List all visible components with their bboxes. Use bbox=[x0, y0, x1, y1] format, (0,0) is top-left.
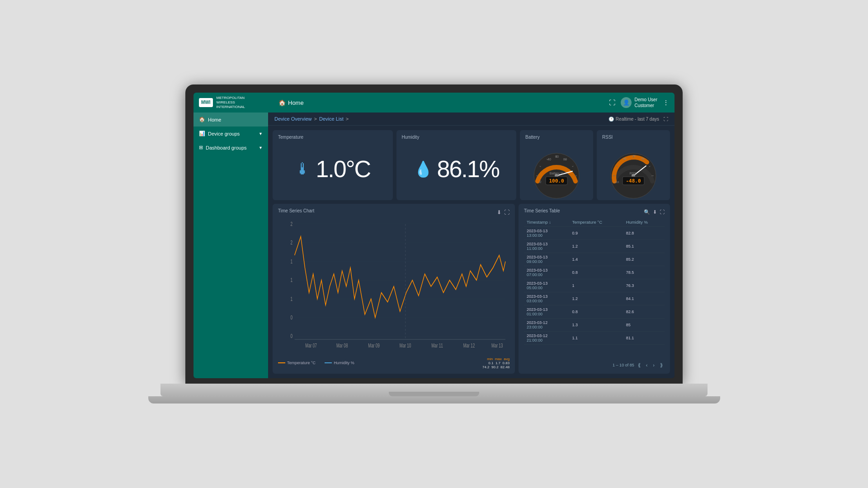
table-pagination: 1 – 10 of 85 ⟪ ‹ › ⟫ bbox=[524, 361, 665, 369]
device-groups-icon: 📊 bbox=[199, 131, 205, 136]
sidebar: 🏠 Home 📊 Device groups ▼ ⊞ Dashboard gro… bbox=[193, 113, 268, 378]
svg-text:Mar 09: Mar 09 bbox=[368, 343, 380, 349]
cell-humidity: 81.1 bbox=[623, 332, 665, 345]
table-actions: 🔍 ⬇ ⛶ bbox=[644, 209, 665, 215]
chart-title: Time Series Chart bbox=[278, 208, 314, 213]
realtime-label: Realtime - last 7 days bbox=[616, 117, 659, 122]
chart-expand-icon[interactable]: ⛶ bbox=[504, 209, 509, 216]
cell-timestamp: 2023-03-1309:00:00 bbox=[524, 253, 569, 266]
cell-timestamp: 2023-03-1223:00:00 bbox=[524, 319, 569, 332]
legend-stats: min max avg 0.1 1.7 0.83 74.2 90.2 82.48 bbox=[482, 357, 509, 369]
svg-text:1: 1 bbox=[290, 258, 292, 264]
logo-area: MWI METROPOLITAN WIRELESS INTERNATIONAL bbox=[199, 96, 271, 110]
svg-text:80: 80 bbox=[563, 158, 567, 161]
breadcrumb-item2[interactable]: Device List bbox=[319, 116, 344, 122]
svg-text:Mar 12: Mar 12 bbox=[463, 343, 475, 349]
temperature-widget: Temperature 🌡 1.0°C bbox=[273, 130, 393, 200]
cell-humidity: 85.2 bbox=[623, 253, 665, 266]
chart-area: 2 2 1 1 1 0 0 bbox=[278, 218, 509, 355]
pagination-prev[interactable]: ‹ bbox=[644, 361, 650, 369]
cell-timestamp: 2023-03-1307:00:00 bbox=[524, 266, 569, 279]
cell-timestamp: 2023-03-1313:00:00 bbox=[524, 227, 569, 240]
svg-text:Mar 10: Mar 10 bbox=[400, 343, 411, 349]
humidity-value-area: 💧 86.1% bbox=[402, 142, 511, 196]
temp-stats: 0.1 1.7 0.83 bbox=[482, 361, 509, 365]
rssi-title: RSSI bbox=[602, 135, 665, 140]
cell-timestamp: 2023-03-1303:00:00 bbox=[524, 292, 569, 305]
table-row: 2023-03-1301:00:00 0.8 82.6 bbox=[524, 305, 665, 319]
cell-temperature: 1.2 bbox=[569, 292, 623, 305]
cell-timestamp: 2023-03-1305:00:00 bbox=[524, 279, 569, 292]
svg-text:0: 0 bbox=[539, 180, 541, 183]
cell-humidity: 78.5 bbox=[623, 266, 665, 279]
content-wrapper: 🏠 Home 📊 Device groups ▼ ⊞ Dashboard gro… bbox=[193, 113, 675, 378]
table-row: 2023-03-1303:00:00 1.2 84.1 bbox=[524, 292, 665, 305]
cell-temperature: 1.2 bbox=[569, 240, 623, 253]
cell-temperature: 0.9 bbox=[569, 227, 623, 240]
cell-temperature: 0.8 bbox=[569, 305, 623, 319]
svg-text:RSSI: RSSI bbox=[630, 172, 637, 175]
sidebar-label-device-groups: Device groups bbox=[208, 131, 256, 136]
fullscreen-icon[interactable]: ⛶ bbox=[609, 99, 615, 106]
svg-text:-74: -74 bbox=[632, 155, 636, 157]
home-sidebar-icon: 🏠 bbox=[199, 117, 205, 122]
col-timestamp[interactable]: Timestamp ↓ bbox=[524, 218, 569, 227]
cell-humidity: 85.1 bbox=[623, 240, 665, 253]
table-expand-icon[interactable]: ⛶ bbox=[660, 209, 665, 215]
cell-temperature: 1.3 bbox=[569, 319, 623, 332]
table-row: 2023-03-1221:00:00 1.1 81.1 bbox=[524, 332, 665, 345]
more-icon[interactable]: ⋮ bbox=[663, 99, 669, 106]
table-row: 2023-03-1223:00:00 1.3 85 bbox=[524, 319, 665, 332]
sidebar-item-dashboard-groups[interactable]: ⊞ Dashboard groups ▼ bbox=[193, 141, 268, 155]
header-title: 🏠 Home bbox=[278, 99, 304, 106]
svg-text:0: 0 bbox=[290, 333, 292, 339]
table-row: 2023-03-1309:00:00 1.4 85.2 bbox=[524, 253, 665, 266]
col-temperature[interactable]: Temperature °C bbox=[569, 218, 623, 227]
chevron-device-groups: ▼ bbox=[259, 131, 263, 136]
cell-humidity: 82.6 bbox=[623, 305, 665, 319]
chart-download-icon[interactable]: ⬇ bbox=[497, 209, 501, 216]
table-scroll[interactable]: Timestamp ↓ Temperature °C Humidity % 20… bbox=[524, 218, 665, 360]
cell-temperature: 0.8 bbox=[569, 266, 623, 279]
dashboard-grid: Temperature 🌡 1.0°C Humidity bbox=[268, 126, 675, 378]
clock-icon: 🕐 bbox=[609, 117, 614, 122]
user-name: Demo User Customer bbox=[634, 97, 657, 108]
temperature-value-area: 🌡 1.0°C bbox=[278, 142, 387, 196]
bottom-row: Time Series Chart ⬇ ⛶ bbox=[273, 204, 670, 374]
svg-text:Battery %: Battery % bbox=[550, 172, 563, 175]
sidebar-item-home[interactable]: 🏠 Home bbox=[193, 113, 268, 127]
breadcrumb-item1[interactable]: Device Overview bbox=[274, 116, 312, 122]
svg-text:-58: -58 bbox=[641, 157, 645, 160]
expand-icon[interactable]: ⛶ bbox=[664, 117, 668, 122]
cell-humidity: 76.3 bbox=[623, 279, 665, 292]
svg-text:60: 60 bbox=[555, 155, 559, 158]
top-row: Temperature 🌡 1.0°C Humidity bbox=[273, 130, 670, 200]
pagination-next[interactable]: › bbox=[651, 361, 656, 369]
logo-badge: MWI bbox=[199, 98, 213, 107]
chart-actions: ⬇ ⛶ bbox=[497, 209, 509, 216]
svg-text:40: 40 bbox=[547, 158, 551, 161]
col-humidity[interactable]: Humidity % bbox=[623, 218, 665, 227]
rssi-gauge: -110 -90 -74 -58 -48.0 RSSI bbox=[602, 142, 665, 196]
pagination-info: 1 – 10 of 85 bbox=[613, 363, 634, 367]
battery-widget: Battery bbox=[520, 130, 593, 200]
svg-text:Mar 08: Mar 08 bbox=[336, 343, 348, 349]
svg-text:2: 2 bbox=[290, 221, 292, 227]
legend-hum-label: Humidity % bbox=[334, 361, 354, 365]
main-content: Device Overview > Device List > 🕐 Realti… bbox=[268, 113, 675, 378]
svg-text:-110: -110 bbox=[613, 181, 619, 183]
home-header-icon: 🏠 bbox=[278, 99, 286, 106]
svg-text:Mar 13: Mar 13 bbox=[491, 343, 503, 349]
cell-humidity: 82.8 bbox=[623, 227, 665, 240]
breadcrumb-sep2: > bbox=[346, 116, 349, 122]
pagination-first[interactable]: ⟪ bbox=[636, 361, 642, 369]
svg-text:0: 0 bbox=[290, 314, 292, 320]
battery-gauge: 0 40 60 80 100.0 bbox=[525, 142, 588, 196]
table-download-icon[interactable]: ⬇ bbox=[653, 209, 657, 215]
rssi-widget: RSSI bbox=[597, 130, 670, 200]
pagination-last[interactable]: ⟫ bbox=[658, 361, 665, 369]
table-search-icon[interactable]: 🔍 bbox=[644, 209, 650, 215]
sidebar-item-device-groups[interactable]: 📊 Device groups ▼ bbox=[193, 127, 268, 141]
temperature-value: 1.0°C bbox=[316, 155, 370, 183]
sidebar-label-dashboard-groups: Dashboard groups bbox=[206, 145, 256, 150]
